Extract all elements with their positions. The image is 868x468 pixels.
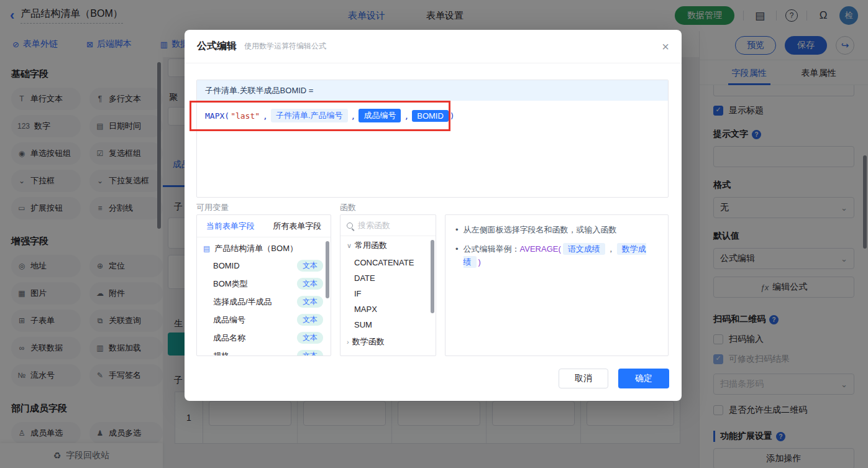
tab-all-form-fields[interactable]: 所有表单字段 [273, 221, 321, 232]
variable-field-type-tag: 文本 [297, 278, 323, 290]
variable-field-name: BOMID [213, 261, 240, 270]
chevron-down-icon: ∨ [347, 242, 352, 250]
function-item[interactable]: IF [340, 286, 436, 301]
modal-header: 公式编辑 使用数学运算符编辑公式 × [185, 30, 682, 63]
variables-label: 可用变量 [196, 202, 340, 213]
bullet-icon: • [455, 243, 459, 256]
variables-tree-root[interactable]: ▤ 产品结构清单（BOM） [197, 237, 331, 257]
variable-field-type-tag: 文本 [297, 260, 323, 272]
example-comma: ， [607, 244, 615, 254]
panels-row: 当前表单字段 所有表单字段 ▤ 产品结构清单（BOM） BOMID 文本 [196, 214, 669, 356]
formula-variable-pill[interactable]: 成品编号 [359, 109, 401, 122]
variables-scrollbar[interactable] [326, 241, 329, 298]
variable-field-name: 规格 [213, 351, 229, 357]
chevron-right-icon: › [347, 338, 349, 346]
modal-footer: 取消 确定 [559, 369, 669, 388]
formula-comma: , [404, 111, 409, 121]
function-items: CONCATENATE DATE IF MAPX SUM [340, 255, 436, 333]
functions-label: 函数 [340, 202, 356, 213]
function-item[interactable]: SUM [340, 317, 436, 333]
function-group-common[interactable]: ∨ 常用函数 [340, 236, 436, 255]
search-placeholder: 搜索函数 [358, 220, 390, 231]
variable-field-name: 成品名称 [213, 333, 245, 344]
search-icon [347, 223, 353, 229]
bullet-icon: • [455, 224, 459, 237]
function-item[interactable]: DATE [340, 270, 436, 286]
help-line-2: • 公式编辑举例：AVERAGE(语文成绩，数学成绩) [455, 243, 658, 269]
variable-field-row[interactable]: BOMID 文本 [197, 257, 331, 275]
example-function-name: AVERAGE( [520, 244, 561, 254]
variables-tabs: 当前表单字段 所有表单字段 [197, 215, 331, 237]
help-body: • 从左侧面板选择字段名和函数，或输入函数 • 公式编辑举例：AVERAGE(语… [445, 215, 668, 283]
help-panel: • 从左侧面板选择字段名和函数，或输入函数 • 公式编辑举例：AVERAGE(语… [445, 214, 669, 356]
close-icon[interactable]: × [662, 40, 669, 53]
function-group-text[interactable]: › 文本函数 [340, 351, 436, 356]
variable-field-name: BOM类型 [213, 278, 248, 290]
cancel-button[interactable]: 取消 [559, 369, 608, 388]
function-item[interactable]: MAPX [340, 301, 436, 317]
formula-string-arg: "last" [231, 111, 260, 121]
help-line-1: • 从左侧面板选择字段名和函数，或输入函数 [455, 224, 658, 237]
formula-code-line[interactable]: MAPX( "last" , 子件清单.产品编号 , 成品编号 , BOMID … [197, 101, 668, 131]
variable-field-row[interactable]: 成品名称 文本 [197, 329, 331, 347]
formula-editor-box: 子件清单.关联半成品BOMID = MAPX( "last" , 子件清单.产品… [196, 80, 669, 198]
formula-editor-modal: 公式编辑 使用数学运算符编辑公式 × 子件清单.关联半成品BOMID = MAP… [185, 30, 682, 401]
modal-title: 公式编辑 [197, 40, 237, 53]
document-icon: ▤ [203, 244, 210, 253]
formula-target-line: 子件清单.关联半成品BOMID = [197, 80, 668, 101]
formula-function: MAPX( [205, 111, 229, 121]
function-group-math[interactable]: › 数学函数 [340, 333, 436, 351]
example-close-paren: ) [478, 257, 481, 267]
panel-labels: 可用变量 函数 [196, 202, 669, 213]
formula-variable-pill[interactable]: 子件清单.产品编号 [271, 109, 348, 122]
variable-field-row[interactable]: 选择成品/半成品 文本 [197, 293, 331, 311]
variable-field-row[interactable]: 规格 文本 [197, 347, 331, 356]
variable-field-type-tag: 文本 [297, 296, 323, 308]
variable-field-name: 成品编号 [213, 314, 245, 326]
functions-scrollbar[interactable] [431, 240, 434, 313]
variables-list: BOMID 文本 BOM类型 文本 选择成品/半成品 文本 [197, 257, 331, 356]
variable-field-row[interactable]: 成品编号 文本 [197, 311, 331, 329]
formula-variable-pill[interactable]: BOMID [412, 110, 449, 122]
formula-comma: , [263, 111, 268, 121]
function-item[interactable]: CONCATENATE [340, 255, 436, 270]
variable-field-row[interactable]: BOM类型 文本 [197, 275, 331, 293]
example-field-pill: 语文成绩 [563, 243, 605, 255]
formula-close-paren: ) [450, 111, 455, 121]
variable-field-type-tag: 文本 [297, 314, 323, 326]
variable-field-name: 选择成品/半成品 [213, 296, 272, 308]
help-example: 公式编辑举例：AVERAGE(语文成绩，数学成绩) [464, 243, 658, 269]
variable-field-type-tag: 文本 [297, 332, 323, 344]
app-root: ‹ 产品结构清单（BOM） 表单设计 表单设置 数据管理 ▤ Ω 检 ⊘ 表单外… [0, 0, 868, 468]
confirm-button[interactable]: 确定 [618, 369, 669, 388]
tab-current-form-fields[interactable]: 当前表单字段 [206, 221, 255, 232]
modal-subtitle: 使用数学运算符编辑公式 [244, 41, 326, 52]
variable-field-type-tag: 文本 [297, 350, 323, 356]
formula-comma: , [351, 111, 356, 121]
variables-panel: 当前表单字段 所有表单字段 ▤ 产品结构清单（BOM） BOMID 文本 [196, 214, 331, 356]
functions-panel: 搜索函数 ∨ 常用函数 CONCATENATE DATE IF MAPX [340, 214, 436, 356]
function-search[interactable]: 搜索函数 [340, 215, 436, 236]
